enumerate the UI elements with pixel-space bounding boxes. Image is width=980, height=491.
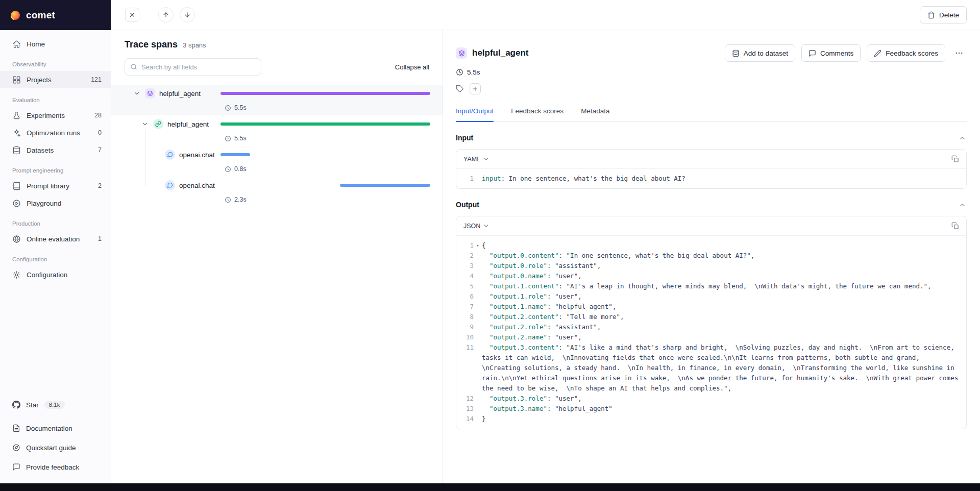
arrow-down-icon <box>184 11 191 18</box>
fold-spacer <box>474 414 482 424</box>
app: comet Home Observability Projects 121 Ev… <box>0 0 980 491</box>
sidebar-item-datasets[interactable]: Datasets 7 <box>0 141 111 159</box>
span-row[interactable]: openai.chat 0.8s <box>111 146 443 177</box>
fold-spacer <box>474 251 482 261</box>
fold-icon[interactable]: ▾ <box>474 240 482 251</box>
clock-icon <box>456 68 463 76</box>
add-to-dataset-button[interactable]: Add to dataset <box>725 44 795 62</box>
star-count-badge: 8.1k <box>44 401 65 409</box>
sidebar-item-prompt-library[interactable]: Prompt library 2 <box>0 177 111 194</box>
code-line: 9 "output.2.role": "assistant", <box>456 322 959 332</box>
sidebar-item-label: Home <box>27 40 45 48</box>
sidebar-item-quickstart-guide[interactable]: Quickstart guide <box>0 438 111 457</box>
span-row[interactable]: openai.chat 2.3s <box>111 177 443 207</box>
code-line: 13 "output.3.name": "helpful_agent" <box>456 404 959 414</box>
sidebar-item-label: Online evaluation <box>27 235 80 243</box>
section-label-configuration: Configuration <box>0 248 111 266</box>
close-icon <box>129 12 135 18</box>
copy-input-button[interactable] <box>951 155 959 163</box>
clock-icon <box>225 135 231 142</box>
chevron-down-icon[interactable] <box>141 120 149 128</box>
feedback-scores-button[interactable]: Feedback scores <box>867 44 945 62</box>
line-number: 10 <box>456 332 474 342</box>
feedback-scores-label: Feedback scores <box>886 50 938 57</box>
line-number: 11 <box>456 342 474 394</box>
copy-output-button[interactable] <box>951 222 959 230</box>
search-input[interactable] <box>141 63 256 71</box>
collapse-input-button[interactable] <box>958 133 967 142</box>
footer-link-label: Quickstart guide <box>26 444 76 452</box>
sidebar-item-projects[interactable]: Projects 121 <box>0 71 111 88</box>
output-format-select[interactable]: JSON <box>463 223 489 230</box>
sidebar-item-playground[interactable]: Playground <box>0 194 111 212</box>
line-number: 7 <box>456 302 474 312</box>
input-format-select[interactable]: YAML <box>463 156 489 163</box>
fold-spacer <box>474 302 482 312</box>
span-row[interactable]: helpful_agent 5.5s <box>111 85 443 115</box>
code-line: 11 "output.3.content": "AI's like a mind… <box>456 342 959 394</box>
github-star-link[interactable]: Star 8.1k <box>0 395 111 414</box>
item-count: 28 <box>94 112 102 119</box>
input-code-block: YAML 1input: In one sentence, what's the… <box>456 149 967 189</box>
code-line: 5 "output.1.content": "AI's a leap in th… <box>456 281 959 291</box>
span-row[interactable]: helpful_agent 5.5s <box>111 115 443 146</box>
code-line: 6 "output.1.role": "user", <box>456 291 959 302</box>
book-icon <box>12 182 21 190</box>
tab-feedback-scores[interactable]: Feedback scores <box>511 107 564 121</box>
input-format-value: YAML <box>463 156 480 163</box>
sidebar-item-optimization-runs[interactable]: Optimization runs 0 <box>0 124 111 141</box>
search-icon <box>130 63 137 70</box>
collapse-output-button[interactable] <box>958 200 967 209</box>
sidebar-item-label: Playground <box>27 200 61 207</box>
line-number: 1 <box>456 240 474 251</box>
fold-spacer <box>474 394 482 404</box>
span-name: openai.chat <box>179 182 215 189</box>
file-text-icon <box>12 424 20 432</box>
star-label: Star <box>26 401 39 409</box>
database-icon <box>732 50 740 57</box>
previous-trace-button[interactable] <box>158 7 174 22</box>
tab-metadata[interactable]: Metadata <box>581 107 609 121</box>
code-line: 14} <box>456 414 959 424</box>
sidebar-item-label: Experiments <box>27 112 65 119</box>
chevron-down-icon[interactable] <box>133 89 141 97</box>
sidebar-item-online-evaluation[interactable]: Online evaluation 1 <box>0 230 111 248</box>
line-number: 14 <box>456 414 474 424</box>
section-label-production: Production <box>0 212 111 230</box>
grid-icon <box>12 76 21 84</box>
comments-button[interactable]: Comments <box>801 44 861 62</box>
sidebar-item-home[interactable]: Home <box>0 35 111 53</box>
section-label-observability: Observability <box>0 53 111 71</box>
delete-button[interactable]: Delete <box>920 6 967 23</box>
span-name: helpful_agent <box>167 120 209 128</box>
fold-spacer <box>474 404 482 414</box>
fold-spacer <box>474 291 482 302</box>
collapse-all-button[interactable]: Collapse all <box>395 63 429 71</box>
tab-input-output[interactable]: Input/Output <box>456 107 494 121</box>
main-area: Delete Trace spans 3 spans Collapse all <box>111 0 980 491</box>
chain-span-icon <box>153 119 163 129</box>
brand-name: comet <box>26 10 55 21</box>
chevron-up-icon <box>959 134 966 142</box>
span-duration-bar <box>220 122 430 126</box>
section-label-prompt-engineering: Prompt engineering <box>0 159 111 177</box>
compass-icon <box>12 444 20 452</box>
tree-connector <box>145 130 145 186</box>
line-number: 1 <box>456 174 474 184</box>
next-trace-button[interactable] <box>180 7 195 22</box>
close-button[interactable] <box>125 8 139 22</box>
more-actions-button[interactable] <box>951 45 967 61</box>
trash-icon <box>927 11 935 19</box>
sidebar-item-configuration[interactable]: Configuration <box>0 266 111 283</box>
logo[interactable]: comet <box>0 0 111 30</box>
delete-button-label: Delete <box>939 11 959 19</box>
section-label-evaluation: Evaluation <box>0 88 111 107</box>
sidebar-item-experiments[interactable]: Experiments 28 <box>0 107 111 124</box>
span-tree: helpful_agent 5.5s <box>111 85 443 207</box>
fold-spacer <box>474 261 482 271</box>
sidebar-item-documentation[interactable]: Documentation <box>0 419 111 438</box>
add-tag-button[interactable] <box>470 83 481 94</box>
code-line: 4 "output.0.name": "user", <box>456 271 959 281</box>
item-count: 0 <box>98 129 102 136</box>
sidebar-item-provide-feedback[interactable]: Provide feedback <box>0 457 111 477</box>
